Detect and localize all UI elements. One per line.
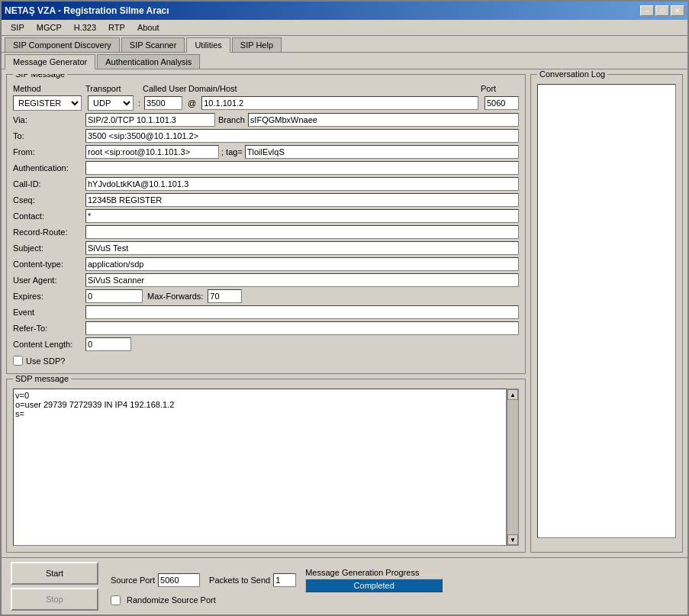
content-length-label: Content Length: — [13, 340, 85, 349]
window-title: NETAŞ VZA - Registration Silme Aracı — [5, 5, 169, 16]
via-row: Via: Branch — [13, 113, 519, 127]
content-length-row: Content Length: — [13, 337, 519, 351]
source-port-input[interactable] — [158, 573, 200, 587]
progress-bar-text: Completed — [306, 579, 442, 592]
branch-label: Branch — [218, 115, 245, 124]
max-forwards-input[interactable] — [208, 289, 242, 303]
to-row: To: — [13, 129, 519, 143]
packets-input[interactable] — [273, 573, 296, 587]
sdp-message-title: SDP message — [13, 374, 71, 383]
right-panel: Conversation Log — [530, 74, 683, 553]
user-agent-input[interactable] — [85, 273, 519, 287]
scrollbar-track — [507, 400, 518, 534]
close-button[interactable]: ✕ — [671, 5, 684, 16]
tab-utilities[interactable]: Utilities — [186, 37, 230, 53]
tag-input[interactable] — [245, 145, 519, 159]
menu-item-mgcp[interactable]: MGCP — [31, 21, 68, 34]
event-label: Event — [13, 308, 85, 317]
menu-item-h323[interactable]: H.323 — [68, 21, 102, 34]
conversation-log-group: Conversation Log — [530, 74, 683, 553]
from-label: From: — [13, 147, 85, 156]
transport-col-header: Transport — [85, 84, 143, 93]
sdp-message-group: SDP message ▲ ▼ — [6, 379, 526, 553]
record-route-input[interactable] — [85, 225, 519, 239]
from-input[interactable] — [85, 145, 219, 159]
refer-to-row: Refer-To: — [13, 321, 519, 335]
callid-input[interactable] — [85, 177, 519, 191]
scrollbar-down-button[interactable]: ▼ — [507, 534, 518, 545]
called-user-input[interactable] — [144, 96, 182, 110]
contact-input[interactable] — [85, 209, 519, 223]
use-sdp-checkbox[interactable] — [13, 356, 23, 366]
sip-message-title: SIP Message — [13, 74, 67, 79]
expires-row: Expires: Max-Forwards: — [13, 289, 519, 303]
tab-message-generator[interactable]: Message Generator — [5, 54, 95, 69]
auth-input[interactable] — [85, 161, 519, 175]
tag-separator: ; tag= — [221, 147, 243, 156]
port-col-header: Port — [481, 84, 519, 93]
expires-input[interactable] — [85, 289, 143, 303]
sdp-textarea[interactable] — [13, 389, 507, 546]
progress-label: Message Generation Progress — [305, 568, 443, 577]
callid-label: Call-ID: — [13, 179, 85, 189]
randomize-row: Randomize Source Port — [111, 595, 443, 605]
expires-label: Expires: — [13, 292, 85, 301]
refer-to-label: Refer-To: — [13, 324, 85, 333]
minimize-button[interactable]: ─ — [640, 5, 654, 16]
content-type-input[interactable] — [85, 257, 519, 271]
maximize-button[interactable]: □ — [655, 5, 669, 16]
method-select[interactable]: REGISTER — [13, 95, 82, 111]
contact-label: Contact: — [13, 211, 85, 221]
to-input[interactable] — [85, 129, 519, 143]
cseq-row: Cseq: — [13, 193, 519, 207]
event-input[interactable] — [85, 305, 519, 319]
cseq-label: Cseq: — [13, 195, 85, 205]
content-type-row: Content-type: — [13, 257, 519, 271]
use-sdp-label: Use SDP? — [26, 356, 65, 366]
tab-sip-scanner[interactable]: SIP Scanner — [121, 37, 185, 52]
randomize-checkbox[interactable] — [111, 595, 121, 605]
tab-auth-analysis[interactable]: Authentication Analysis — [97, 54, 200, 69]
action-buttons: Start Stop — [11, 562, 98, 611]
refer-to-input[interactable] — [85, 321, 519, 335]
called-col-header: Called User — [143, 84, 188, 93]
auth-row: Authentication: — [13, 161, 519, 175]
conversation-log-title: Conversation Log — [537, 69, 607, 79]
event-row: Event — [13, 305, 519, 319]
stop-button[interactable]: Stop — [11, 588, 98, 611]
progress-group: Message Generation Progress Completed — [305, 568, 443, 592]
menu-item-rtp[interactable]: RTP — [102, 21, 131, 34]
port-input[interactable] — [485, 96, 519, 110]
cseq-input[interactable] — [85, 193, 519, 207]
tab-bar-1: SIP Component Discovery SIP Scanner Util… — [2, 36, 687, 53]
to-label: To: — [13, 131, 85, 140]
at-symbol: @ — [188, 98, 196, 108]
main-content: SIP Message Method Transport Called User… — [2, 69, 687, 557]
scrollbar-up-button[interactable]: ▲ — [507, 389, 518, 400]
method-col-header: Method — [13, 84, 85, 93]
tab-sip-component-discovery[interactable]: SIP Component Discovery — [5, 37, 120, 52]
tab-sip-help[interactable]: SIP Help — [232, 37, 282, 52]
title-bar: NETAŞ VZA - Registration Silme Aracı ─ □… — [2, 2, 687, 20]
content-length-input[interactable] — [85, 337, 131, 351]
callid-row: Call-ID: — [13, 177, 519, 191]
bottom-bar: Start Stop Source Port Packets to Send M… — [2, 557, 687, 614]
start-button[interactable]: Start — [11, 562, 98, 585]
progress-bar-container: Completed — [305, 579, 443, 592]
auth-label: Authentication: — [13, 163, 85, 173]
bottom-fields-row: Source Port Packets to Send Message Gene… — [111, 568, 443, 592]
menu-item-about[interactable]: About — [131, 21, 166, 34]
sdp-container: ▲ ▼ — [13, 389, 519, 546]
via-label: Via: — [13, 115, 85, 124]
method-row: REGISTER UDP : @ — [13, 95, 519, 111]
via-input[interactable] — [85, 113, 215, 127]
conversation-log-textarea[interactable] — [537, 84, 676, 538]
menu-item-sip[interactable]: SIP — [5, 21, 31, 34]
domain-input[interactable] — [201, 96, 478, 110]
transport-select[interactable]: UDP — [88, 95, 134, 111]
subject-input[interactable] — [85, 241, 519, 255]
branch-input[interactable] — [248, 113, 519, 127]
main-window: NETAŞ VZA - Registration Silme Aracı ─ □… — [0, 0, 689, 616]
user-agent-label: User Agent: — [13, 276, 85, 285]
sdp-scrollbar[interactable]: ▲ ▼ — [507, 389, 519, 546]
